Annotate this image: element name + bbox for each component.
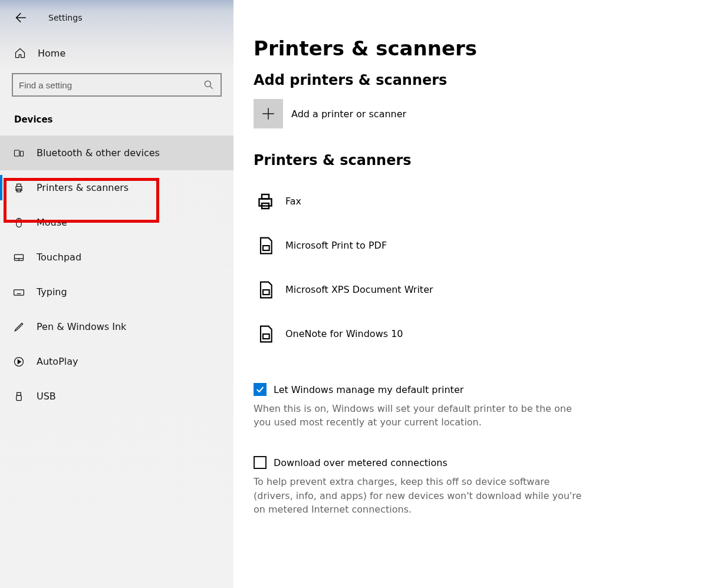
nav-bluetooth[interactable]: Bluetooth & other devices: [0, 136, 233, 170]
home-nav[interactable]: Home: [0, 29, 233, 73]
document-printer-icon: [254, 236, 277, 255]
device-label: Microsoft Print to PDF: [285, 240, 387, 251]
device-label: OneNote for Windows 10: [285, 328, 403, 339]
mouse-icon: [13, 217, 25, 229]
device-onenote[interactable]: OneNote for Windows 10: [254, 312, 699, 356]
svg-rect-27: [263, 334, 269, 339]
metered-label: Download over metered connections: [274, 457, 448, 468]
device-label: Fax: [285, 196, 301, 207]
add-printer-button[interactable]: Add a printer or scanner: [254, 99, 699, 128]
nav-touchpad[interactable]: Touchpad: [0, 240, 233, 275]
nav-pen[interactable]: Pen & Windows Ink: [0, 309, 233, 344]
document-printer-icon: [254, 280, 277, 299]
usb-icon: [13, 391, 25, 402]
autoplay-icon: [13, 356, 25, 368]
home-label: Home: [38, 48, 65, 59]
default-printer-label: Let Windows manage my default printer: [274, 384, 463, 395]
app-title: Settings: [48, 13, 82, 22]
add-printer-label: Add a printer or scanner: [291, 108, 406, 120]
svg-rect-23: [262, 194, 269, 199]
svg-rect-22: [259, 199, 272, 206]
svg-point-0: [205, 81, 211, 87]
nav-label: Bluetooth & other devices: [37, 147, 160, 158]
nav-label: Printers & scanners: [37, 182, 129, 193]
back-button[interactable]: [12, 10, 27, 25]
search-input[interactable]: [19, 80, 203, 90]
svg-rect-11: [14, 289, 24, 295]
nav-label: USB: [37, 391, 56, 402]
metered-desc: To help prevent extra charges, keep this…: [254, 475, 584, 516]
printer-device-icon: [254, 191, 277, 212]
svg-rect-2: [21, 151, 24, 156]
touchpad-icon: [13, 252, 25, 263]
search-box[interactable]: [12, 73, 222, 97]
nav-label: AutoPlay: [37, 356, 78, 367]
nav-usb[interactable]: USB: [0, 379, 233, 414]
bluetooth-devices-icon: [13, 147, 25, 159]
section-list-title: Printers & scanners: [254, 152, 699, 169]
plus-icon: [254, 99, 283, 128]
device-fax[interactable]: Fax: [254, 179, 699, 223]
nav-label: Touchpad: [37, 252, 81, 263]
nav-autoplay[interactable]: AutoPlay: [0, 344, 233, 379]
svg-rect-25: [263, 246, 269, 250]
nav-label: Typing: [37, 286, 67, 298]
default-printer-checkbox[interactable]: [254, 383, 267, 396]
pen-icon: [13, 321, 25, 333]
metered-checkbox[interactable]: [254, 456, 267, 469]
home-icon: [14, 47, 26, 59]
nav-label: Pen & Windows Ink: [37, 321, 126, 332]
svg-rect-19: [17, 395, 21, 400]
keyboard-icon: [13, 286, 25, 298]
printer-icon: [13, 182, 25, 194]
device-label: Microsoft XPS Document Writer: [285, 284, 433, 295]
page-title: Printers & scanners: [254, 37, 699, 60]
nav-mouse[interactable]: Mouse: [0, 205, 233, 240]
device-pdf[interactable]: Microsoft Print to PDF: [254, 223, 699, 267]
sidebar: Settings Home Devices Bluetooth & other …: [0, 0, 233, 588]
nav-typing[interactable]: Typing: [0, 275, 233, 309]
main-content: Printers & scanners Add printers & scann…: [233, 0, 717, 588]
svg-rect-1: [15, 150, 19, 156]
default-printer-desc: When this is on, Windows will set your d…: [254, 402, 584, 429]
search-icon: [203, 79, 215, 91]
svg-rect-26: [263, 290, 269, 295]
nav-printers[interactable]: Printers & scanners: [0, 170, 233, 205]
svg-rect-4: [17, 184, 21, 186]
document-printer-icon: [254, 325, 277, 343]
device-xps[interactable]: Microsoft XPS Document Writer: [254, 267, 699, 312]
svg-rect-18: [17, 392, 21, 395]
section-add-title: Add printers & scanners: [254, 72, 699, 88]
category-title: Devices: [0, 97, 233, 136]
nav-label: Mouse: [37, 217, 67, 228]
